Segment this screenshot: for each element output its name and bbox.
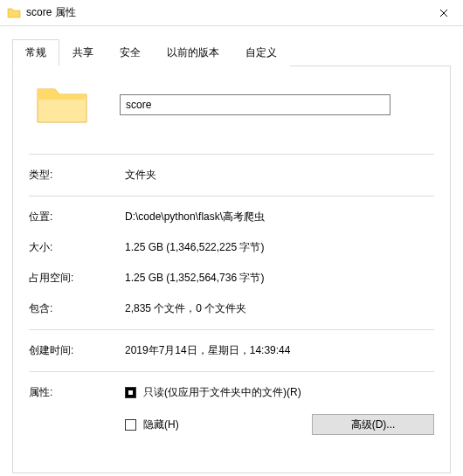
type-value: 文件夹 bbox=[125, 168, 434, 183]
readonly-checkbox[interactable]: 只读(仅应用于文件夹中的文件)(R) bbox=[125, 385, 434, 400]
advanced-button-label: 高级(D)... bbox=[351, 417, 396, 432]
location-value: D:\code\python\flask\高考爬虫 bbox=[125, 210, 434, 224]
hidden-checkbox[interactable]: 隐藏(H) bbox=[125, 417, 179, 432]
properties-list: 类型: 文件夹 位置: D:\code\python\flask\高考爬虫 大小… bbox=[29, 160, 434, 443]
folder-name-input[interactable]: score bbox=[120, 94, 390, 115]
sizeondisk-label: 占用空间: bbox=[29, 271, 125, 286]
tab-security[interactable]: 安全 bbox=[107, 39, 154, 66]
divider bbox=[29, 329, 434, 330]
divider bbox=[29, 371, 434, 372]
folder-icon bbox=[7, 6, 21, 20]
tabstrip: 常规 共享 安全 以前的版本 自定义 bbox=[0, 26, 463, 66]
window-title: score 属性 bbox=[26, 5, 76, 20]
advanced-button[interactable]: 高级(D)... bbox=[312, 414, 434, 435]
checkbox-icon bbox=[125, 419, 136, 431]
tab-previous-versions[interactable]: 以前的版本 bbox=[154, 39, 232, 66]
row-attributes: 属性: 只读(仅应用于文件夹中的文件)(R) 隐藏(H) 高级(D)... bbox=[29, 377, 434, 443]
location-label: 位置: bbox=[29, 210, 125, 224]
row-size: 大小: 1.25 GB (1,346,522,225 字节) bbox=[29, 232, 434, 263]
tab-sharing[interactable]: 共享 bbox=[59, 39, 107, 66]
row-contains: 包含: 2,835 个文件，0 个文件夹 bbox=[29, 293, 434, 324]
readonly-label: 只读(仅应用于文件夹中的文件)(R) bbox=[143, 385, 301, 400]
folder-name-text: score bbox=[126, 99, 151, 111]
sizeondisk-value: 1.25 GB (1,352,564,736 字节) bbox=[125, 271, 434, 286]
created-label: 创建时间: bbox=[29, 343, 125, 358]
type-label: 类型: bbox=[29, 168, 125, 183]
size-label: 大小: bbox=[29, 240, 125, 255]
row-location: 位置: D:\code\python\flask\高考爬虫 bbox=[29, 202, 434, 232]
header-row: score bbox=[29, 82, 434, 128]
folder-large-icon bbox=[34, 82, 90, 128]
tab-customize[interactable]: 自定义 bbox=[232, 39, 290, 66]
contains-value: 2,835 个文件，0 个文件夹 bbox=[125, 301, 434, 316]
close-icon bbox=[439, 9, 448, 17]
hidden-label: 隐藏(H) bbox=[143, 417, 179, 432]
row-size-on-disk: 占用空间: 1.25 GB (1,352,564,736 字节) bbox=[29, 263, 434, 293]
checkbox-icon bbox=[125, 387, 136, 398]
row-type: 类型: 文件夹 bbox=[29, 160, 434, 190]
attributes-label: 属性: bbox=[29, 385, 125, 400]
created-value: 2019年7月14日，星期日，14:39:44 bbox=[125, 343, 434, 358]
titlebar: score 属性 bbox=[0, 0, 463, 26]
divider bbox=[29, 196, 434, 197]
contains-label: 包含: bbox=[29, 301, 125, 316]
size-value: 1.25 GB (1,346,522,225 字节) bbox=[125, 240, 434, 255]
row-created: 创建时间: 2019年7月14日，星期日，14:39:44 bbox=[29, 335, 434, 366]
tab-general[interactable]: 常规 bbox=[12, 39, 59, 66]
divider bbox=[29, 154, 434, 155]
general-panel: score 类型: 文件夹 位置: D:\code\python\flask\高… bbox=[12, 66, 451, 473]
close-button[interactable] bbox=[424, 0, 463, 26]
